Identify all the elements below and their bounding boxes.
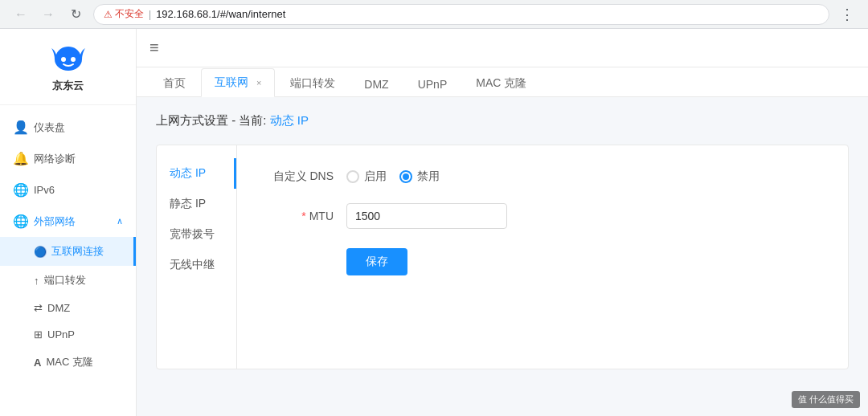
sidebar-item-dashboard-label: 仪表盘: [34, 120, 65, 135]
panel-nav-dynamic-ip[interactable]: 动态 IP: [157, 158, 236, 189]
sidebar-subitem-internet-label: 互联网连接: [51, 244, 104, 259]
panel-form: 自定义 DNS 启用 禁用: [237, 145, 848, 369]
form-row-save: 保存: [269, 248, 816, 275]
radio-disable-label: 禁用: [417, 169, 440, 184]
panel-nav-dynamic-ip-label: 动态 IP: [170, 166, 206, 179]
form-row-mtu: MTU: [269, 203, 816, 229]
sidebar-subitem-port-forward[interactable]: ↑ 端口转发: [0, 266, 136, 295]
tab-port-forward[interactable]: 端口转发: [276, 69, 349, 97]
url-separator: |: [149, 9, 151, 20]
tab-internet-label: 互联网: [215, 75, 248, 88]
logo-text: 京东云: [52, 79, 84, 93]
panel-nav-static-ip[interactable]: 静态 IP: [157, 189, 236, 219]
radio-enable[interactable]: 启用: [346, 169, 387, 184]
sidebar-subitem-dmz-label: DMZ: [47, 302, 70, 314]
sidebar-subitem-mac-clone-label: MAC 克隆: [46, 355, 93, 369]
sidebar-item-network-diag[interactable]: 🔔 网络诊断: [0, 143, 136, 174]
sidebar-subitem-mac-clone[interactable]: A MAC 克隆: [0, 348, 136, 377]
mtu-input[interactable]: [346, 203, 507, 229]
tab-port-forward-label: 端口转发: [290, 76, 335, 89]
sidebar-item-external-network[interactable]: 🌐 外部网络 ∧: [0, 206, 136, 237]
expand-arrow-icon: ∧: [117, 216, 123, 226]
sidebar: 京东云 👤 仪表盘 🔔 网络诊断 🌐 IPv6 🌐 外部网络 ∧: [0, 29, 137, 416]
sidebar-item-dashboard[interactable]: 👤 仪表盘: [0, 112, 136, 143]
page-title-prefix: 上网方式设置 - 当前:: [156, 113, 270, 127]
app-container: 京东云 👤 仪表盘 🔔 网络诊断 🌐 IPv6 🌐 外部网络 ∧: [0, 29, 868, 416]
sidebar-menu: 👤 仪表盘 🔔 网络诊断 🌐 IPv6 🌐 外部网络 ∧ 🔵 互联网连接: [0, 105, 136, 383]
page-content: 上网方式设置 - 当前: 动态 IP 动态 IP 静态 IP 宽带拨号: [137, 97, 868, 416]
security-label: 不安全: [115, 7, 144, 21]
panel-nav-pppoe[interactable]: 宽带拨号: [157, 219, 236, 250]
panel-nav-pppoe-label: 宽带拨号: [170, 227, 215, 240]
settings-panel: 动态 IP 静态 IP 宽带拨号 无线中继 自定: [156, 145, 849, 369]
tab-mac-clone[interactable]: MAC 克隆: [462, 69, 540, 97]
radio-disable[interactable]: 禁用: [399, 169, 440, 184]
tab-upnp-label: UPnP: [418, 78, 448, 91]
network-diag-icon: 🔔: [13, 151, 27, 166]
sidebar-item-network-diag-label: 网络诊断: [34, 152, 76, 166]
browser-chrome: ← → ↻ ⚠ 不安全 | 192.168.68.1/#/wan/interne…: [0, 0, 868, 29]
port-forward-sub-icon: ↑: [34, 275, 39, 287]
panel-nav-static-ip-label: 静态 IP: [170, 197, 206, 210]
panel-nav: 动态 IP 静态 IP 宽带拨号 无线中继: [157, 145, 237, 369]
url-text: 192.168.68.1/#/wan/internet: [156, 8, 285, 20]
external-network-icon: 🌐: [13, 214, 27, 229]
tab-dmz[interactable]: DMZ: [350, 71, 402, 97]
refresh-button[interactable]: ↻: [64, 3, 87, 26]
mtu-label: MTU: [269, 210, 334, 222]
topbar: ≡: [137, 29, 868, 67]
tab-dmz-label: DMZ: [364, 78, 388, 91]
content-area: ≡ 首页 互联网 × 端口转发 DMZ UPnP MAC 克隆: [137, 29, 868, 416]
svg-point-0: [61, 57, 66, 62]
sidebar-item-external-network-label: 外部网络: [34, 214, 76, 229]
dashboard-icon: 👤: [13, 120, 27, 135]
hamburger-button[interactable]: ≡: [149, 39, 159, 57]
custom-dns-label: 自定义 DNS: [269, 169, 334, 184]
tabs-bar: 首页 互联网 × 端口转发 DMZ UPnP MAC 克隆: [137, 67, 868, 97]
nav-buttons: ← → ↻: [10, 3, 87, 26]
tab-internet-close-icon[interactable]: ×: [256, 78, 261, 88]
back-button[interactable]: ←: [10, 3, 32, 26]
form-row-custom-dns: 自定义 DNS 启用 禁用: [269, 169, 816, 184]
browser-menu-button[interactable]: ⋮: [836, 3, 858, 26]
logo-icon: [48, 43, 88, 75]
page-title: 上网方式设置 - 当前: 动态 IP: [156, 113, 849, 128]
sidebar-subitem-internet-connection[interactable]: 🔵 互联网连接: [0, 237, 136, 266]
radio-enable-circle: [346, 170, 359, 183]
sidebar-item-ipv6-label: IPv6: [34, 184, 55, 196]
upnp-sub-icon: ⊞: [34, 328, 43, 341]
sidebar-subitem-port-forward-label: 端口转发: [44, 273, 86, 288]
sidebar-logo: 京东云: [0, 29, 136, 105]
warning-icon: ⚠: [104, 9, 113, 20]
security-warning: ⚠ 不安全: [104, 7, 144, 21]
tab-mac-clone-label: MAC 克隆: [476, 76, 526, 89]
radio-disable-circle: [399, 170, 412, 183]
mac-clone-sub-icon: A: [34, 357, 41, 369]
tab-internet[interactable]: 互联网 ×: [201, 68, 275, 97]
forward-button[interactable]: →: [37, 3, 59, 26]
radio-enable-label: 启用: [364, 169, 387, 184]
sidebar-subitem-dmz[interactable]: ⇄ DMZ: [0, 295, 136, 321]
panel-nav-wireless-relay[interactable]: 无线中继: [157, 250, 236, 280]
dmz-sub-icon: ⇄: [34, 302, 43, 314]
watermark: 值 什么值得买: [792, 391, 860, 408]
tab-upnp[interactable]: UPnP: [404, 71, 461, 97]
sidebar-subitem-upnp[interactable]: ⊞ UPnP: [0, 321, 136, 348]
panel-nav-wireless-relay-label: 无线中继: [170, 258, 215, 271]
address-bar[interactable]: ⚠ 不安全 | 192.168.68.1/#/wan/internet: [93, 4, 829, 25]
radio-group-dns: 启用 禁用: [346, 169, 440, 184]
tab-home-label: 首页: [163, 76, 186, 89]
sidebar-subitem-upnp-label: UPnP: [47, 328, 75, 341]
sidebar-item-ipv6[interactable]: 🌐 IPv6: [0, 174, 136, 206]
current-mode-link[interactable]: 动态 IP: [270, 113, 309, 127]
svg-point-1: [71, 57, 76, 62]
tab-home[interactable]: 首页: [149, 69, 199, 97]
sidebar-submenu: 🔵 互联网连接 ↑ 端口转发 ⇄ DMZ ⊞ UPnP A MAC 克隆: [0, 237, 136, 377]
internet-connection-icon: 🔵: [34, 246, 47, 258]
ipv6-icon: 🌐: [13, 182, 27, 198]
save-button[interactable]: 保存: [346, 248, 407, 275]
